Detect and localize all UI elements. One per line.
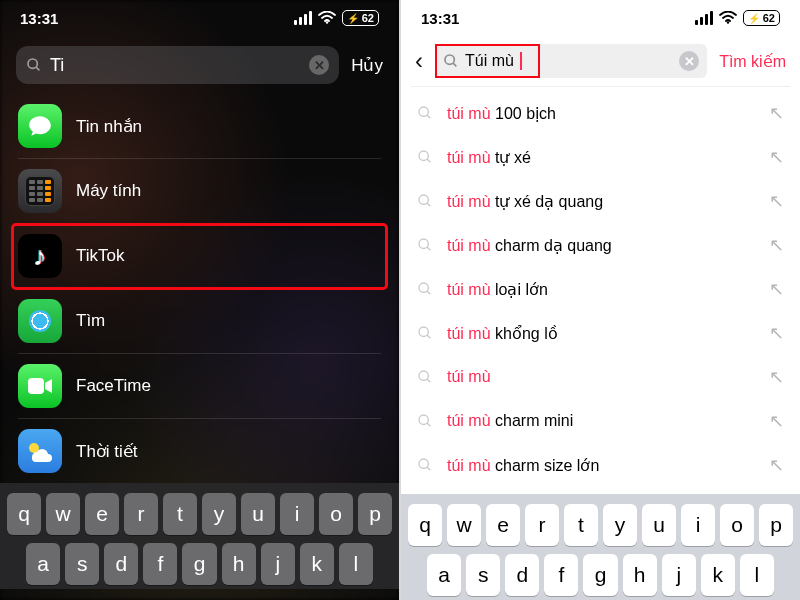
key-j[interactable]: j bbox=[662, 554, 696, 596]
cancel-button[interactable]: Hủy bbox=[351, 55, 383, 76]
svg-point-18 bbox=[419, 327, 428, 336]
key-o[interactable]: o bbox=[319, 493, 353, 535]
key-p[interactable]: p bbox=[759, 504, 793, 546]
keyboard[interactable]: qwertyuiop asdfghjkl bbox=[0, 483, 399, 589]
clear-icon[interactable]: ✕ bbox=[309, 55, 329, 75]
key-k[interactable]: k bbox=[300, 543, 334, 585]
key-g[interactable]: g bbox=[182, 543, 216, 585]
suggestion-text: túi mù 100 bịch bbox=[447, 104, 755, 123]
svg-line-23 bbox=[427, 423, 430, 426]
key-h[interactable]: h bbox=[623, 554, 657, 596]
suggestion-item[interactable]: túi mù khổng lồ↖ bbox=[401, 311, 800, 355]
messages-icon bbox=[18, 104, 62, 148]
key-y[interactable]: y bbox=[202, 493, 236, 535]
key-o[interactable]: o bbox=[720, 504, 754, 546]
suggestion-text: túi mù charm mini bbox=[447, 412, 755, 430]
search-icon bbox=[417, 281, 433, 297]
battery-icon: ⚡62 bbox=[743, 10, 780, 26]
wifi-icon bbox=[318, 10, 336, 27]
insert-arrow-icon[interactable]: ↖ bbox=[769, 366, 784, 388]
suggestion-text: túi mù charm size lớn bbox=[447, 456, 755, 475]
key-r[interactable]: r bbox=[124, 493, 158, 535]
key-y[interactable]: y bbox=[603, 504, 637, 546]
key-g[interactable]: g bbox=[583, 554, 617, 596]
suggestion-item[interactable]: túi mù charm dạ quang↖ bbox=[401, 223, 800, 267]
suggestion-item[interactable]: túi mù charm mini↖ bbox=[401, 399, 800, 443]
suggestion-text: túi mù loại lớn bbox=[447, 280, 755, 299]
key-d[interactable]: d bbox=[104, 543, 138, 585]
key-l[interactable]: l bbox=[339, 543, 373, 585]
tiktok-suggestions: túi mù 100 bịch↖túi mù tự xé↖túi mù tự x… bbox=[401, 87, 800, 531]
key-i[interactable]: i bbox=[681, 504, 715, 546]
key-t[interactable]: t bbox=[564, 504, 598, 546]
key-s[interactable]: s bbox=[65, 543, 99, 585]
back-button[interactable]: ‹ bbox=[411, 47, 427, 75]
insert-arrow-icon[interactable]: ↖ bbox=[769, 410, 784, 432]
phone-right-tiktok-search: 13:31 ⚡62 ‹ Túi mù ✕ Tìm kiếm túi mù 100… bbox=[401, 0, 800, 600]
key-f[interactable]: f bbox=[544, 554, 578, 596]
svg-line-7 bbox=[453, 63, 456, 66]
search-icon bbox=[417, 325, 433, 341]
insert-arrow-icon[interactable]: ↖ bbox=[769, 322, 784, 344]
search-icon bbox=[417, 193, 433, 209]
signal-icon bbox=[294, 11, 312, 25]
key-q[interactable]: q bbox=[408, 504, 442, 546]
key-l[interactable]: l bbox=[740, 554, 774, 596]
key-u[interactable]: u bbox=[642, 504, 676, 546]
app-label: TikTok bbox=[76, 246, 125, 266]
suggestion-item[interactable]: túi mù↖ bbox=[401, 355, 800, 399]
search-icon bbox=[417, 149, 433, 165]
suggestion-item[interactable]: túi mù charm size lớn↖ bbox=[401, 443, 800, 487]
suggestion-text: túi mù tự xé bbox=[447, 148, 755, 167]
keyboard[interactable]: qwertyuiop asdfghjkl bbox=[401, 494, 800, 600]
key-w[interactable]: w bbox=[447, 504, 481, 546]
insert-arrow-icon[interactable]: ↖ bbox=[769, 102, 784, 124]
spotlight-results: Tin nhắnMáy tính♪TikTokTìmFaceTimeThời t… bbox=[0, 94, 399, 483]
key-e[interactable]: e bbox=[85, 493, 119, 535]
status-right: ⚡62 bbox=[294, 10, 379, 27]
key-t[interactable]: t bbox=[163, 493, 197, 535]
suggestion-item[interactable]: túi mù 100 bịch↖ bbox=[401, 91, 800, 135]
key-f[interactable]: f bbox=[143, 543, 177, 585]
svg-line-11 bbox=[427, 159, 430, 162]
insert-arrow-icon[interactable]: ↖ bbox=[769, 278, 784, 300]
search-query-text: Ti bbox=[50, 55, 301, 76]
svg-point-12 bbox=[419, 195, 428, 204]
key-r[interactable]: r bbox=[525, 504, 559, 546]
key-u[interactable]: u bbox=[241, 493, 275, 535]
key-j[interactable]: j bbox=[261, 543, 295, 585]
key-a[interactable]: a bbox=[427, 554, 461, 596]
key-k[interactable]: k bbox=[701, 554, 735, 596]
key-h[interactable]: h bbox=[222, 543, 256, 585]
key-p[interactable]: p bbox=[358, 493, 392, 535]
status-time: 13:31 bbox=[20, 10, 58, 27]
insert-arrow-icon[interactable]: ↖ bbox=[769, 454, 784, 476]
search-icon bbox=[26, 57, 42, 73]
key-a[interactable]: a bbox=[26, 543, 60, 585]
search-button[interactable]: Tìm kiếm bbox=[715, 52, 790, 71]
suggestion-item[interactable]: túi mù tự xé↖ bbox=[401, 135, 800, 179]
spotlight-item-weather[interactable]: Thời tiết bbox=[18, 419, 381, 483]
spotlight-item-tiktok[interactable]: ♪TikTok bbox=[12, 224, 387, 289]
tiktok-search-input[interactable]: Túi mù ✕ bbox=[435, 44, 707, 78]
insert-arrow-icon[interactable]: ↖ bbox=[769, 190, 784, 212]
suggestion-item[interactable]: túi mù tự xé dạ quang↖ bbox=[401, 179, 800, 223]
key-q[interactable]: q bbox=[7, 493, 41, 535]
spotlight-item-facetime[interactable]: FaceTime bbox=[18, 354, 381, 419]
spotlight-item-messages[interactable]: Tin nhắn bbox=[18, 94, 381, 159]
insert-arrow-icon[interactable]: ↖ bbox=[769, 234, 784, 256]
spotlight-item-findmy[interactable]: Tìm bbox=[18, 289, 381, 354]
key-d[interactable]: d bbox=[505, 554, 539, 596]
spotlight-item-calculator[interactable]: Máy tính bbox=[18, 159, 381, 224]
insert-arrow-icon[interactable]: ↖ bbox=[769, 146, 784, 168]
facetime-icon bbox=[18, 364, 62, 408]
findmy-icon bbox=[18, 299, 62, 343]
key-w[interactable]: w bbox=[46, 493, 80, 535]
suggestion-item[interactable]: túi mù loại lớn↖ bbox=[401, 267, 800, 311]
key-s[interactable]: s bbox=[466, 554, 500, 596]
key-e[interactable]: e bbox=[486, 504, 520, 546]
clear-icon[interactable]: ✕ bbox=[679, 51, 699, 71]
svg-point-6 bbox=[445, 55, 454, 64]
key-i[interactable]: i bbox=[280, 493, 314, 535]
spotlight-search-input[interactable]: Ti ✕ bbox=[16, 46, 339, 84]
